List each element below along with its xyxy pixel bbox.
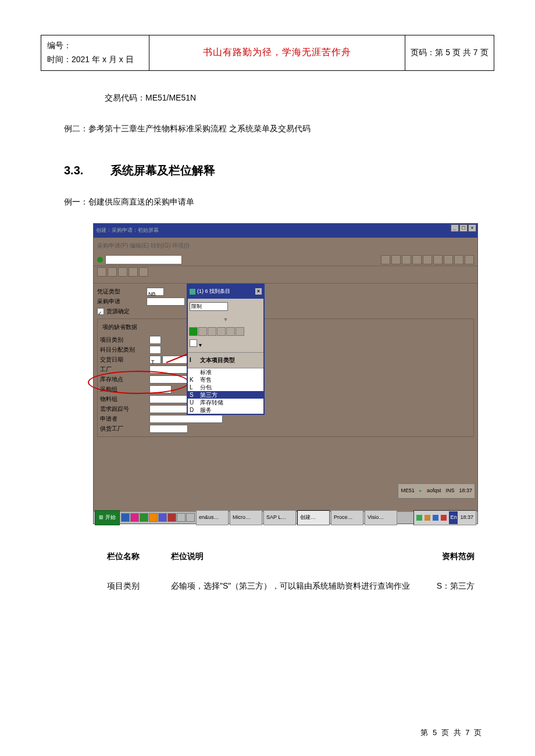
sap-screenshot: _ □ × 创建：采购申请：初始屏幕 采购申请(P) 编辑(E) 转到(G) 环… [93,223,478,524]
time-row: 时间：2021 年 x 月 x 日 [47,53,143,67]
popup-item[interactable]: D服务 [188,406,263,414]
popup-item[interactable]: U库存转储 [188,399,263,406]
ql-icon[interactable] [167,513,176,522]
toolbar-btn[interactable] [454,255,463,264]
system-tray: En 18:37 [413,510,476,525]
toolbar-btn[interactable] [391,255,401,264]
sap-window-title: 创建：采购申请：初始屏幕 [94,224,477,238]
taskbar-tasks: en&us…Micro…SAP L…创建…Proce…Visio… [196,510,397,525]
inp-acct[interactable] [149,346,161,354]
source-checkbox[interactable] [97,308,104,315]
popup-new-row: ▾ [188,337,263,352]
tray-icon[interactable] [416,515,422,521]
toolbar-btn[interactable] [465,255,474,264]
close-icon[interactable]: × [468,224,476,232]
sub-btn[interactable] [129,267,138,277]
th-example: 资料范例 [413,542,477,571]
popup-item[interactable]: L分包 [188,384,263,391]
popup-btn[interactable] [217,327,226,336]
ql-icon[interactable] [186,513,195,522]
popup-separator: ▼ [188,314,263,327]
ql-icon[interactable] [158,513,167,522]
popup-btn[interactable] [226,327,235,336]
sub-btn[interactable] [118,267,127,277]
section-3-3: 3.3.系统屏幕及栏位解释 [64,156,477,184]
doc-body: 交易代码：ME51/ME51N 例二：参考第十三章生产性物料标准采购流程 之系统… [41,88,494,601]
status-mode: INS [445,485,454,497]
inp-pgrp[interactable] [149,385,172,393]
toolbar-btn[interactable] [381,255,390,264]
start-label: 开始 [105,511,116,524]
status-arrow-icon: ▸ [419,485,422,497]
ql-icon[interactable] [121,513,130,522]
lang-indicator[interactable]: En [449,511,458,524]
bianhao-label: 编号： [47,39,143,53]
ql-icon[interactable] [177,513,186,522]
ql-icon[interactable] [130,513,139,522]
taskbar-task[interactable]: Micro… [230,510,262,525]
source-label: 货源确定 [106,304,130,318]
window-controls: _ □ × [451,224,476,232]
time-label: 时间： [47,55,72,64]
popup-btn[interactable] [236,327,244,336]
example2-line: 例二：参考第十三章生产性物料标准采购流程 之系统菜单及交易代码 [64,119,477,139]
taskbar-task[interactable]: SAP L… [263,510,296,525]
toolbar-btn[interactable] [402,255,411,264]
inp-deliv-t[interactable]: T [149,356,161,364]
taskbar-task[interactable]: 创建… [297,510,330,525]
toolbar-btn[interactable] [433,255,443,264]
taskbar-task[interactable]: Visio… [365,510,397,525]
toolbar-buttons [381,255,474,264]
taskbar-task[interactable]: Proce… [331,510,363,525]
popup-ok-icon[interactable] [189,327,198,336]
toolbar-btn[interactable] [423,255,432,264]
section-title: 系统屏幕及栏位解释 [110,164,215,177]
sub-btn[interactable] [139,267,148,277]
new-icon[interactable] [190,339,197,347]
maximize-icon[interactable]: □ [459,224,468,232]
popup-btn[interactable] [208,327,216,336]
th-name: 栏位名称 [105,542,169,571]
inp-splant[interactable] [149,425,188,433]
inp-plant[interactable] [149,366,188,374]
taskbar-task[interactable]: en&us… [196,510,229,525]
sub-btn[interactable] [108,267,117,277]
status-client: aofqst [427,485,441,497]
sap-menu-bar[interactable]: 采购申请(P) 编辑(E) 转到(G) 环境(I) [94,238,477,254]
popup-col2: 文本项目类型 [200,353,235,367]
tray-icon[interactable] [441,515,447,521]
popup-item[interactable]: S第三方 [188,391,263,399]
field-desc-table: 栏位名称 栏位说明 资料范例 项目类别 必输项，选择"S"（第三方），可以籍由系… [105,542,477,601]
inp-item-cat[interactable] [149,336,161,344]
pr-input[interactable] [147,298,185,306]
popup-restrict-input[interactable] [190,302,228,311]
popup-item[interactable]: 标准 [188,368,263,376]
minimize-icon[interactable]: _ [451,224,459,232]
start-button[interactable]: ⊞开始 [95,510,120,525]
toolbar-btn[interactable] [412,255,422,264]
popup-item[interactable]: K寄售 [188,376,263,384]
sap-toolbar [94,254,477,266]
header-motto: 书山有路勤为径，学海无涯苦作舟 [149,35,405,70]
doc-type-input[interactable]: NB [147,288,164,296]
row-source: 货源确定 [97,307,474,316]
popup-close-icon[interactable]: × [255,288,262,295]
command-field[interactable] [105,255,182,264]
td-desc: 必输项，选择"S"（第三方），可以籍由系统辅助资料进行查询作业 [169,571,413,601]
ql-icon[interactable] [140,513,148,522]
inp-req[interactable] [149,415,223,423]
toolbar-btn[interactable] [444,255,453,264]
tray-icon[interactable] [425,515,430,521]
ql-icon[interactable] [149,513,158,522]
status-dot-icon[interactable] [97,257,103,263]
popup-title: (1) 6 找到条目 × [188,285,263,299]
section-number: 3.3. [64,156,110,184]
sub-btn[interactable] [97,267,106,277]
sap-form: 凭证类型 NB 采购申请 货源确定 项的缺省数据 项目类别 科目分配类别 交货日… [94,284,477,511]
tray-icon[interactable] [433,515,438,521]
inp-stor[interactable] [149,375,188,384]
popup-btn[interactable] [198,327,207,336]
windows-taskbar: ⊞开始 en&us…Micro…SAP L…创建…Proce…Visio… En… [94,511,477,524]
doc-header: 编号： 时间：2021 年 x 月 x 日 书山有路勤为径，学海无涯苦作舟 页码… [41,35,494,71]
sap-title-text: 创建：采购申请：初始屏幕 [96,224,159,237]
